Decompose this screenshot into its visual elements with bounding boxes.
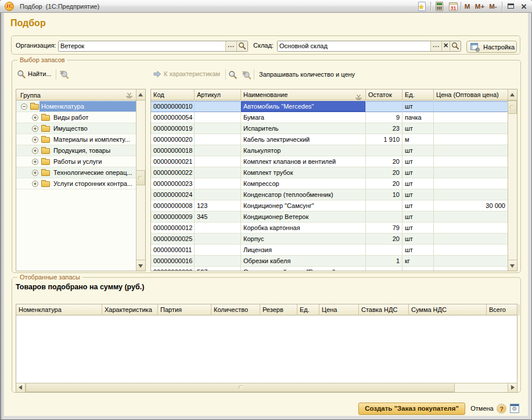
tree-item[interactable]: Технологические операц...	[16, 167, 136, 178]
table-row[interactable]: 00000000054Бумага9пачка	[151, 112, 508, 123]
maximize-button[interactable]	[506, 2, 516, 11]
table-cell[interactable]	[195, 234, 241, 245]
scroll-right-button[interactable]	[508, 383, 517, 392]
favorites-icon[interactable]: ★	[417, 2, 427, 12]
table-cell[interactable]: 00000000008	[151, 200, 195, 211]
table-cell[interactable]: шт	[402, 245, 434, 256]
find-in-list-icon[interactable]	[228, 70, 238, 80]
tree-item-label[interactable]: Имущество	[52, 123, 89, 134]
table-cell[interactable]: Комплект трубок	[241, 167, 366, 178]
column-header[interactable]: Наименование	[241, 89, 366, 100]
warehouse-open-icon[interactable]	[450, 41, 461, 51]
table-cell[interactable]: шт	[402, 234, 434, 245]
calendar-icon[interactable]: 31	[448, 2, 459, 12]
scroll-up-button[interactable]	[136, 89, 145, 100]
column-header[interactable]: Партия	[158, 304, 211, 315]
table-row[interactable]: 00000000020Кабель электрический1 910м	[151, 134, 508, 145]
table-cell[interactable]: м	[402, 134, 434, 145]
request-qty-price-toggle[interactable]: Запрашивать количество и цену	[259, 71, 355, 78]
clear-find-icon[interactable]	[59, 70, 69, 80]
table-cell[interactable]: шт	[402, 211, 434, 222]
table-cell[interactable]: 123	[195, 200, 241, 211]
memory-minus-button[interactable]: M-	[487, 1, 499, 12]
table-cell[interactable]: 1	[366, 256, 402, 267]
column-header[interactable]: Резерв	[260, 304, 297, 315]
table-cell[interactable]: Испаритель	[241, 123, 366, 134]
collapse-icon[interactable]	[21, 103, 27, 110]
column-header[interactable]: Остаток	[366, 89, 402, 100]
expand-icon[interactable]	[32, 170, 38, 176]
table-cell[interactable]	[195, 167, 241, 178]
column-header[interactable]: Количество	[211, 304, 260, 315]
tree-item[interactable]: Номенклатура	[16, 101, 136, 112]
expand-icon[interactable]	[32, 148, 38, 154]
table-cell[interactable]	[434, 256, 508, 267]
table-row[interactable]: 00000000025Корпус20шт	[151, 234, 508, 245]
window-settings-button[interactable]: ⚙	[510, 404, 519, 413]
table-cell[interactable]	[434, 234, 508, 245]
tree-item-label[interactable]: Услуги сторонних контра...	[52, 178, 134, 189]
table-cell[interactable]	[366, 200, 402, 211]
table-cell[interactable]: 00000000009	[151, 211, 195, 222]
table-row[interactable]: 00000000030567Отопительный котел "Ветеро…	[151, 267, 508, 271]
table-cell[interactable]: Кондиционер "Самсунг"	[241, 200, 366, 211]
items-vertical-scrollbar[interactable]	[508, 89, 517, 271]
table-cell[interactable]: Бумага	[241, 112, 366, 123]
tree-header[interactable]: Группа	[16, 89, 136, 100]
selected-horizontal-scrollbar[interactable]	[16, 383, 517, 392]
warehouse-value[interactable]: Основной склад	[278, 41, 430, 51]
table-cell[interactable]: шт	[402, 189, 434, 200]
organization-value[interactable]: Ветерок	[59, 41, 225, 51]
table-cell[interactable]	[434, 245, 508, 256]
table-cell[interactable]	[195, 222, 241, 234]
table-row[interactable]: 00000000009345Кондиционер Ветерокшт	[151, 211, 508, 222]
table-cell[interactable]: 00000000019	[151, 123, 195, 134]
table-row[interactable]: 00000000019Испаритель23шт	[151, 123, 508, 134]
table-cell[interactable]	[366, 145, 402, 156]
table-row[interactable]: 00000000021Комплект клапанов и вентилей2…	[151, 156, 508, 167]
table-cell[interactable]	[434, 134, 508, 145]
warehouse-clear-button[interactable]: ✕	[441, 41, 450, 51]
tree-item[interactable]: Материалы и комплекту...	[16, 134, 136, 145]
table-cell[interactable]: Коробка картонная	[241, 222, 366, 234]
table-cell[interactable]: шт	[402, 200, 434, 211]
table-cell[interactable]	[366, 211, 402, 222]
organization-choose-button[interactable]: ...	[225, 41, 236, 51]
table-cell[interactable]: 567	[195, 267, 241, 271]
column-header[interactable]: Артикул	[195, 89, 241, 100]
table-cell[interactable]: 00000000030	[151, 267, 195, 271]
table-cell[interactable]: 00000000024	[151, 189, 195, 200]
table-cell[interactable]: 20	[366, 156, 402, 167]
table-cell[interactable]	[366, 101, 402, 112]
cancel-button[interactable]: Отмена	[468, 403, 496, 415]
table-cell[interactable]: Лицензия	[241, 245, 366, 256]
table-cell[interactable]: 23	[366, 123, 402, 134]
table-cell[interactable]	[434, 189, 508, 200]
scroll-up-button[interactable]	[508, 89, 517, 100]
table-cell[interactable]: 1 910	[366, 134, 402, 145]
table-cell[interactable]	[195, 101, 241, 112]
help-button[interactable]: ?	[497, 404, 506, 414]
table-cell[interactable]: шт	[402, 178, 434, 189]
clear-find-in-list-icon[interactable]	[241, 70, 251, 80]
table-cell[interactable]	[434, 167, 508, 178]
table-cell[interactable]: 00000000022	[151, 167, 195, 178]
tree-item[interactable]: Имущество	[16, 123, 136, 134]
to-characteristics-button[interactable]: К характеристикам	[153, 70, 161, 80]
column-header[interactable]: Ед.	[297, 304, 319, 315]
table-cell[interactable]: 79	[366, 222, 402, 234]
scroll-left-button[interactable]	[16, 383, 26, 392]
settings-button[interactable]: ⚙ Настройка	[466, 41, 517, 53]
table-cell[interactable]: 20	[366, 234, 402, 245]
tree-item-label[interactable]: Работы и услуги	[52, 156, 103, 167]
tree-item-label[interactable]: Технологические операц...	[52, 167, 134, 178]
column-header[interactable]: Сумма НДС	[409, 304, 487, 315]
scrollbar-thumb[interactable]	[26, 383, 455, 392]
table-cell[interactable]: шт	[402, 145, 434, 156]
table-cell[interactable]: кг	[402, 256, 434, 267]
table-cell[interactable]	[195, 123, 241, 134]
tree-item[interactable]: Продукция, товары	[16, 145, 136, 156]
table-cell[interactable]	[366, 245, 402, 256]
table-row[interactable]: 00000000008123Кондиционер "Самсунг"шт30 …	[151, 200, 508, 211]
expand-icon[interactable]	[32, 159, 38, 165]
